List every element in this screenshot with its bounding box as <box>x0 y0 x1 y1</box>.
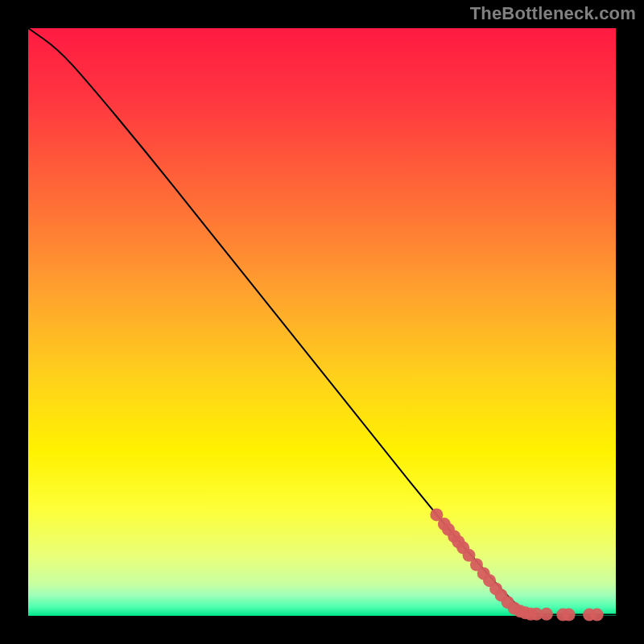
data-point <box>591 609 604 621</box>
bottleneck-curve-line <box>28 28 616 615</box>
data-point <box>563 609 576 621</box>
attribution-text: TheBottleneck.com <box>470 3 636 24</box>
plot-area <box>28 28 616 616</box>
data-point <box>540 608 553 621</box>
chart-overlay <box>28 28 616 616</box>
data-points-group <box>430 508 603 621</box>
